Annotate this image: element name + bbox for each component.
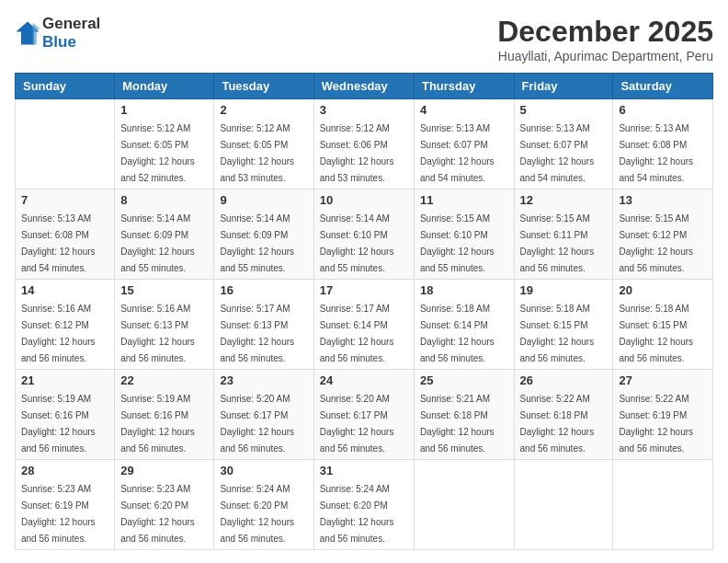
day-info: Sunrise: 5:19 AMSunset: 6:16 PMDaylight:… bbox=[120, 394, 195, 454]
day-number: 4 bbox=[420, 103, 508, 117]
day-info: Sunrise: 5:16 AMSunset: 6:12 PMDaylight:… bbox=[21, 304, 96, 363]
day-info: Sunrise: 5:23 AMSunset: 6:19 PMDaylight:… bbox=[21, 484, 96, 544]
title-area: December 2025 Huayllati, Apurimac Depart… bbox=[497, 15, 713, 63]
day-number: 16 bbox=[220, 283, 307, 297]
calendar-cell: 17 Sunrise: 5:17 AMSunset: 6:14 PMDaylig… bbox=[313, 280, 414, 370]
day-info: Sunrise: 5:22 AMSunset: 6:18 PMDaylight:… bbox=[520, 394, 595, 454]
day-info: Sunrise: 5:16 AMSunset: 6:13 PMDaylight:… bbox=[120, 304, 195, 363]
calendar-cell: 1 Sunrise: 5:12 AMSunset: 6:05 PMDayligh… bbox=[115, 99, 214, 190]
day-info: Sunrise: 5:23 AMSunset: 6:20 PMDaylight:… bbox=[120, 484, 195, 544]
calendar-cell: 30 Sunrise: 5:24 AMSunset: 6:20 PMDaylig… bbox=[214, 460, 313, 550]
calendar-cell: 28 Sunrise: 5:23 AMSunset: 6:19 PMDaylig… bbox=[16, 460, 115, 550]
calendar-cell: 15 Sunrise: 5:16 AMSunset: 6:13 PMDaylig… bbox=[115, 280, 214, 370]
calendar-cell bbox=[613, 460, 713, 550]
day-number: 10 bbox=[320, 193, 408, 207]
calendar-cell: 5 Sunrise: 5:13 AMSunset: 6:07 PMDayligh… bbox=[514, 99, 613, 190]
calendar-cell: 12 Sunrise: 5:15 AMSunset: 6:11 PMDaylig… bbox=[514, 190, 613, 280]
day-number: 3 bbox=[320, 103, 408, 117]
calendar-cell: 10 Sunrise: 5:14 AMSunset: 6:10 PMDaylig… bbox=[313, 190, 414, 280]
day-info: Sunrise: 5:21 AMSunset: 6:18 PMDaylight:… bbox=[420, 394, 495, 454]
logo-general: General bbox=[42, 15, 100, 32]
day-number: 20 bbox=[619, 283, 707, 297]
day-info: Sunrise: 5:22 AMSunset: 6:19 PMDaylight:… bbox=[619, 394, 693, 454]
calendar-table: SundayMondayTuesdayWednesdayThursdayFrid… bbox=[15, 73, 713, 550]
weekday-header-monday: Monday bbox=[115, 74, 214, 99]
day-number: 30 bbox=[220, 464, 307, 477]
day-info: Sunrise: 5:13 AMSunset: 6:07 PMDaylight:… bbox=[420, 123, 495, 183]
day-info: Sunrise: 5:15 AMSunset: 6:10 PMDaylight:… bbox=[420, 213, 495, 273]
day-number: 7 bbox=[21, 193, 108, 207]
calendar-cell: 3 Sunrise: 5:12 AMSunset: 6:06 PMDayligh… bbox=[313, 99, 414, 190]
calendar-cell: 23 Sunrise: 5:20 AMSunset: 6:17 PMDaylig… bbox=[214, 370, 313, 460]
calendar-cell: 29 Sunrise: 5:23 AMSunset: 6:20 PMDaylig… bbox=[115, 460, 214, 550]
calendar-cell bbox=[514, 460, 613, 550]
calendar-cell: 9 Sunrise: 5:14 AMSunset: 6:09 PMDayligh… bbox=[214, 190, 313, 280]
calendar-cell bbox=[414, 460, 514, 550]
week-row-5: 28 Sunrise: 5:23 AMSunset: 6:19 PMDaylig… bbox=[16, 460, 713, 550]
day-number: 1 bbox=[120, 103, 208, 117]
day-number: 6 bbox=[619, 103, 707, 117]
day-info: Sunrise: 5:17 AMSunset: 6:13 PMDaylight:… bbox=[220, 304, 294, 363]
day-number: 19 bbox=[520, 283, 608, 297]
month-title: December 2025 bbox=[497, 15, 713, 49]
day-info: Sunrise: 5:13 AMSunset: 6:08 PMDaylight:… bbox=[619, 123, 693, 183]
day-number: 22 bbox=[120, 373, 208, 387]
day-info: Sunrise: 5:18 AMSunset: 6:14 PMDaylight:… bbox=[420, 304, 495, 363]
day-info: Sunrise: 5:13 AMSunset: 6:07 PMDaylight:… bbox=[520, 123, 595, 183]
day-info: Sunrise: 5:15 AMSunset: 6:11 PMDaylight:… bbox=[520, 213, 595, 273]
calendar-cell: 27 Sunrise: 5:22 AMSunset: 6:19 PMDaylig… bbox=[613, 370, 713, 460]
day-info: Sunrise: 5:19 AMSunset: 6:16 PMDaylight:… bbox=[21, 394, 96, 454]
weekday-header-saturday: Saturday bbox=[613, 74, 713, 99]
calendar-cell: 26 Sunrise: 5:22 AMSunset: 6:18 PMDaylig… bbox=[514, 370, 613, 460]
weekday-header-sunday: Sunday bbox=[16, 74, 115, 99]
day-info: Sunrise: 5:24 AMSunset: 6:20 PMDaylight:… bbox=[320, 484, 394, 544]
calendar-cell: 6 Sunrise: 5:13 AMSunset: 6:08 PMDayligh… bbox=[613, 99, 713, 190]
day-info: Sunrise: 5:14 AMSunset: 6:09 PMDaylight:… bbox=[220, 213, 294, 273]
calendar-cell: 2 Sunrise: 5:12 AMSunset: 6:05 PMDayligh… bbox=[214, 99, 313, 190]
day-info: Sunrise: 5:18 AMSunset: 6:15 PMDaylight:… bbox=[520, 304, 595, 363]
calendar-cell: 18 Sunrise: 5:18 AMSunset: 6:14 PMDaylig… bbox=[414, 280, 514, 370]
calendar-cell: 14 Sunrise: 5:16 AMSunset: 6:12 PMDaylig… bbox=[16, 280, 115, 370]
day-info: Sunrise: 5:12 AMSunset: 6:06 PMDaylight:… bbox=[320, 123, 394, 183]
calendar-cell: 16 Sunrise: 5:17 AMSunset: 6:13 PMDaylig… bbox=[214, 280, 313, 370]
day-number: 23 bbox=[220, 373, 307, 387]
calendar-cell: 20 Sunrise: 5:18 AMSunset: 6:15 PMDaylig… bbox=[613, 280, 713, 370]
location-title: Huayllati, Apurimac Department, Peru bbox=[497, 49, 713, 63]
day-number: 15 bbox=[120, 283, 208, 297]
calendar-cell: 25 Sunrise: 5:21 AMSunset: 6:18 PMDaylig… bbox=[414, 370, 514, 460]
calendar-cell: 24 Sunrise: 5:20 AMSunset: 6:17 PMDaylig… bbox=[313, 370, 414, 460]
day-number: 28 bbox=[21, 464, 108, 477]
day-info: Sunrise: 5:13 AMSunset: 6:08 PMDaylight:… bbox=[21, 213, 96, 273]
logo: General Blue bbox=[15, 15, 100, 52]
header: General Blue December 2025 Huayllati, Ap… bbox=[15, 15, 713, 63]
calendar-cell bbox=[16, 99, 115, 190]
day-number: 8 bbox=[120, 193, 208, 207]
day-number: 12 bbox=[520, 193, 608, 207]
weekday-header-tuesday: Tuesday bbox=[214, 74, 313, 99]
week-row-2: 7 Sunrise: 5:13 AMSunset: 6:08 PMDayligh… bbox=[16, 190, 713, 280]
weekday-header-friday: Friday bbox=[514, 74, 613, 99]
day-info: Sunrise: 5:20 AMSunset: 6:17 PMDaylight:… bbox=[220, 394, 294, 454]
weekday-header-wednesday: Wednesday bbox=[313, 74, 414, 99]
calendar-cell: 8 Sunrise: 5:14 AMSunset: 6:09 PMDayligh… bbox=[115, 190, 214, 280]
logo-blue: Blue bbox=[42, 33, 76, 51]
day-number: 5 bbox=[520, 103, 608, 117]
day-info: Sunrise: 5:14 AMSunset: 6:09 PMDaylight:… bbox=[120, 213, 195, 273]
calendar-cell: 21 Sunrise: 5:19 AMSunset: 6:16 PMDaylig… bbox=[16, 370, 115, 460]
day-number: 14 bbox=[21, 283, 108, 297]
day-number: 31 bbox=[320, 464, 408, 477]
day-number: 26 bbox=[520, 373, 608, 387]
day-number: 17 bbox=[320, 283, 408, 297]
calendar-cell: 22 Sunrise: 5:19 AMSunset: 6:16 PMDaylig… bbox=[115, 370, 214, 460]
day-info: Sunrise: 5:24 AMSunset: 6:20 PMDaylight:… bbox=[220, 484, 294, 544]
calendar-cell: 4 Sunrise: 5:13 AMSunset: 6:07 PMDayligh… bbox=[414, 99, 514, 190]
week-row-3: 14 Sunrise: 5:16 AMSunset: 6:12 PMDaylig… bbox=[16, 280, 713, 370]
logo-icon bbox=[15, 20, 40, 46]
weekday-header-row: SundayMondayTuesdayWednesdayThursdayFrid… bbox=[16, 74, 713, 99]
day-number: 29 bbox=[120, 464, 208, 477]
day-info: Sunrise: 5:12 AMSunset: 6:05 PMDaylight:… bbox=[120, 123, 195, 183]
day-number: 21 bbox=[21, 373, 108, 387]
calendar-cell: 11 Sunrise: 5:15 AMSunset: 6:10 PMDaylig… bbox=[414, 190, 514, 280]
day-number: 18 bbox=[420, 283, 508, 297]
calendar-cell: 7 Sunrise: 5:13 AMSunset: 6:08 PMDayligh… bbox=[16, 190, 115, 280]
